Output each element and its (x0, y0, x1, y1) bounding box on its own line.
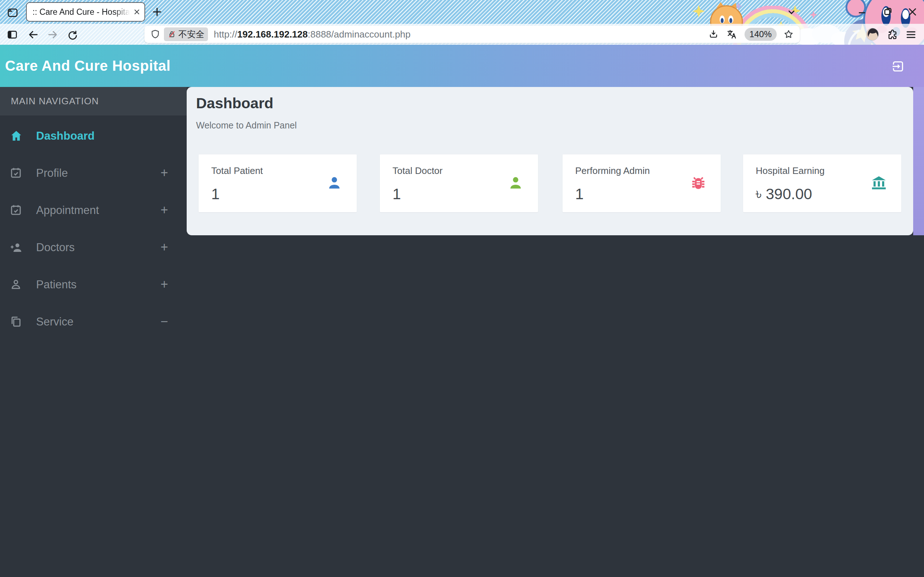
new-tab-button[interactable] (151, 6, 163, 18)
card-value: ৳ 390.00 (756, 185, 812, 203)
card-value: 1 (575, 185, 583, 203)
zoom-level-badge[interactable]: 140% (745, 28, 777, 41)
sidebar-item-patients[interactable]: Patients + (0, 276, 187, 293)
close-window-button[interactable] (906, 6, 919, 18)
sidebar-item-dashboard[interactable]: Dashboard (0, 128, 187, 144)
bookmark-star-icon[interactable] (783, 29, 794, 40)
card-value: 1 (211, 185, 220, 203)
collapse-toggle[interactable]: − (155, 314, 173, 329)
person-add-icon (10, 241, 23, 255)
person-icon (10, 278, 23, 291)
zoom-level: 140% (750, 29, 772, 39)
restore-button[interactable] (882, 5, 894, 17)
calendar-check-icon (10, 166, 23, 179)
reload-button[interactable] (66, 29, 78, 40)
url-text: http://192.168.192.128:8888/adminaccount… (214, 29, 410, 40)
page-subtitle: Welcome to Admin Panel (196, 120, 297, 131)
url-scheme: http:// (214, 29, 237, 40)
list-tabs-chevron-icon[interactable] (786, 6, 797, 18)
app-header: Care And Cure Hospital (0, 45, 924, 87)
scrollbar[interactable] (913, 87, 924, 235)
sidebar-section-header: MAIN NAVIGATION (0, 87, 187, 116)
sidebar-item-appointment[interactable]: Appointment + (0, 202, 187, 219)
translate-icon[interactable] (726, 29, 737, 40)
save-download-icon[interactable] (708, 29, 719, 39)
copy-icon (10, 315, 23, 328)
tab-title: :: Care And Cure - Hospital Admin (32, 7, 133, 17)
lock-crossed-icon (168, 30, 176, 39)
url-path: :8888/adminaccount.php (308, 29, 410, 40)
bug-icon (690, 174, 707, 192)
menu-hamburger-icon[interactable] (905, 29, 917, 41)
card-label: Performing Admin (575, 165, 650, 176)
home-icon (10, 129, 23, 143)
calendar-check-icon (10, 203, 23, 216)
extensions-puzzle-icon[interactable] (887, 29, 898, 40)
not-secure-label: 不安全 (178, 29, 204, 40)
stat-card-performing-admin: Performing Admin 1 (562, 155, 721, 212)
bank-icon (870, 174, 887, 192)
sidebar-item-doctors[interactable]: Doctors + (0, 239, 187, 256)
shield-icon[interactable] (150, 29, 160, 39)
minimize-button[interactable] (856, 6, 868, 18)
account-avatar[interactable] (866, 28, 879, 41)
sidebar-section-title: MAIN NAVIGATION (0, 96, 99, 107)
url-host: 192.168.192.128 (237, 29, 308, 40)
person-icon (507, 174, 524, 192)
page-title: Dashboard (196, 95, 273, 112)
hospital-brand-title: Care And Cure Hospital (0, 58, 170, 74)
back-button[interactable] (27, 29, 39, 40)
card-label: Hospital Earning (756, 165, 825, 176)
expand-toggle[interactable]: + (155, 202, 173, 218)
star-decoration (693, 5, 705, 17)
browser-toolbar: 不安全 http://192.168.192.128:8888/adminacc… (0, 24, 924, 45)
stat-card-total-patient: Total Patient 1 (199, 155, 357, 212)
expand-toggle[interactable]: + (155, 276, 173, 292)
dashboard-panel: Dashboard Welcome to Admin Panel Total P… (187, 87, 913, 235)
logout-icon[interactable] (891, 59, 905, 74)
stat-card-total-doctor: Total Doctor 1 (380, 155, 538, 212)
tab-close-icon[interactable] (133, 8, 141, 16)
person-icon (326, 174, 343, 192)
not-secure-badge[interactable]: 不安全 (164, 27, 208, 41)
browser-chrome: :: Care And Cure - Hospital Admin (0, 0, 924, 45)
sidebar-item-service[interactable]: Service − (0, 314, 187, 330)
card-label: Total Patient (211, 165, 263, 176)
page-content: Care And Cure Hospital MAIN NAVIGATION D… (0, 45, 924, 577)
browser-window: :: Care And Cure - Hospital Admin (0, 0, 924, 577)
forward-button[interactable] (47, 29, 58, 40)
expand-toggle[interactable]: + (155, 165, 173, 181)
expand-toggle[interactable]: + (155, 239, 173, 255)
sidebar-item-profile[interactable]: Profile + (0, 165, 187, 182)
url-bar[interactable]: 不安全 http://192.168.192.128:8888/adminacc… (144, 26, 800, 43)
card-value: 1 (393, 185, 401, 203)
browser-tab[interactable]: :: Care And Cure - Hospital Admin (26, 2, 145, 22)
stat-card-hospital-earning: Hospital Earning ৳ 390.00 (743, 155, 901, 212)
firefox-view-icon[interactable] (6, 6, 19, 19)
card-label: Total Doctor (393, 165, 443, 176)
sidebar-toggle-icon[interactable] (6, 29, 18, 40)
